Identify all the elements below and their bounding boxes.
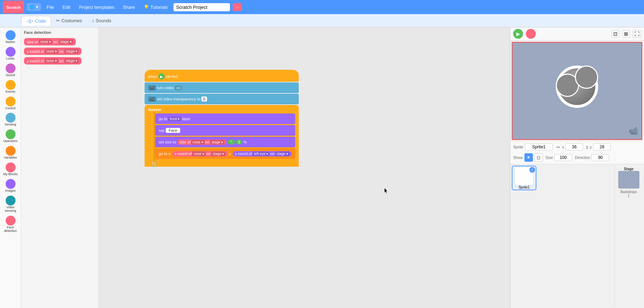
stage-list: Stage Backdrops 1	[614, 166, 643, 307]
stop-button[interactable]	[526, 29, 536, 39]
fullscreen-button[interactable]: ⛶	[633, 30, 641, 38]
x-coord-of-nose-block[interactable]: x coord of nose ▾ on stage ▾	[24, 48, 81, 55]
nose-dd2-inline[interactable]: nose ▾	[192, 152, 205, 156]
sidebar-item-video[interactable]: Video Sensing	[0, 194, 21, 214]
turn-video-block[interactable]: 📹 turn video on	[145, 82, 299, 93]
sidebar-item-myblocks[interactable]: My Blocks	[0, 161, 21, 178]
blocks-panel-title: Face detection	[24, 30, 96, 35]
sidebar-item-operators[interactable]: Operators	[0, 128, 21, 144]
stage-dropdown1[interactable]: stage ▾	[59, 39, 73, 44]
sprite-delete-button[interactable]: ✕	[529, 167, 535, 173]
variables-label: Variables	[4, 156, 17, 160]
project-templates-menu[interactable]: Project templates	[76, 3, 117, 11]
direction-label: Direction	[575, 155, 590, 160]
costumes-icon: ✂	[56, 18, 60, 23]
goto-xy-block[interactable]: go to x: x coord of nose ▾ on stage ▾ y:…	[155, 148, 295, 159]
size-multiplier-value[interactable]: 3	[236, 140, 242, 144]
sprite-label: Sprite	[513, 145, 523, 149]
size-label: Size	[546, 155, 553, 160]
sounds-icon: ♪	[92, 18, 95, 23]
video-on-dropdown[interactable]: on	[175, 86, 182, 90]
x-input[interactable]	[565, 143, 583, 150]
sensing-label: Sensing	[5, 123, 16, 127]
images-label: Images	[5, 189, 16, 193]
nose-dropdown3[interactable]: nose ▾	[45, 58, 58, 63]
show-visible-button[interactable]: 👁	[524, 153, 533, 162]
camera-icon2: 📹	[148, 97, 156, 102]
nose-dd-inline[interactable]: nose ▾	[191, 140, 204, 144]
say-block[interactable]: say Face	[155, 125, 295, 136]
nose-dropdown2[interactable]: nose ▾	[45, 49, 58, 54]
sidebar-item-control[interactable]: Control	[0, 95, 21, 112]
stage-dd2-inline[interactable]: stage ▾	[211, 152, 225, 156]
say-label: say	[159, 128, 165, 133]
green-flag-button[interactable]: ▶	[513, 29, 523, 39]
tab-code[interactable]: ◁▷ Code	[21, 16, 51, 26]
sidebar-item-face[interactable]: Face detection	[0, 214, 21, 234]
front-dropdown[interactable]: front ▾	[168, 117, 181, 121]
show-label: Show	[513, 155, 523, 160]
expand-stage-button[interactable]: ⊞	[622, 30, 630, 38]
sidebar-item-variables[interactable]: Variables	[0, 144, 21, 161]
y-label-inline: y:	[229, 152, 232, 156]
forever-label: forever	[148, 107, 161, 112]
forever-block[interactable]: forever go to front ▾ layer say Face	[145, 105, 299, 167]
tab-sounds[interactable]: ♪ Sounds	[87, 16, 116, 25]
transparency-value[interactable]: 0	[201, 97, 207, 101]
lefteye-dd-inline[interactable]: left eye ▾	[253, 152, 269, 156]
x-coord-nose-inline: x coord of nose ▾ on stage ▾	[172, 151, 227, 156]
project-title-input[interactable]	[174, 3, 230, 11]
sidebar-item-sensing[interactable]: Sensing	[0, 111, 21, 128]
myblocks-label: My Blocks	[3, 173, 18, 176]
control-label: Control	[5, 107, 16, 110]
size-of-nose-block[interactable]: size of nose ▾ on stage ▾	[24, 38, 76, 45]
code-area[interactable]: when ▶ clicked 📹 turn video on 📹 set vid…	[99, 27, 510, 308]
events-dot	[6, 80, 16, 90]
video-label: Video Sensing	[1, 206, 20, 213]
tutorials-button[interactable]: 💡 Tutorials	[141, 3, 171, 11]
sidebar-item-images[interactable]: Images	[0, 178, 21, 194]
scratch-logo[interactable]: Scratch	[3, 1, 24, 13]
size-of-nose-inline: size of nose ▾ on stage ▾	[177, 140, 227, 145]
direction-input[interactable]	[591, 154, 609, 161]
remix-button[interactable]: ···	[233, 3, 242, 11]
sidebar-item-looks[interactable]: Looks	[0, 45, 21, 62]
stage-thumbnail[interactable]	[618, 171, 639, 189]
x-field: ↔ x	[556, 143, 583, 150]
sound-label: Sound	[6, 74, 15, 77]
cursor	[384, 188, 389, 194]
myblocks-dot	[6, 162, 16, 172]
right-panel: ▶ ⊡ ⊞ ⛶ 📹 Sprite ↔ x ↕ y	[510, 27, 644, 308]
video-dot	[6, 196, 16, 205]
edit-menu[interactable]: Edit	[60, 3, 73, 11]
sprite1-thumb[interactable]: ✕ Sprite1	[512, 166, 536, 190]
motion-dot	[6, 30, 16, 40]
sidebar-item-sound[interactable]: Sound	[0, 62, 21, 79]
show-hidden-button[interactable]: ◻	[534, 153, 543, 162]
stage-dd3-inline[interactable]: stage ▾	[275, 152, 290, 156]
globe-button[interactable]: 🌐 ▾	[27, 3, 41, 11]
y-input[interactable]	[593, 143, 611, 150]
file-menu[interactable]: File	[44, 3, 57, 11]
sprite-name-input[interactable]	[525, 143, 553, 150]
sidebar-item-events[interactable]: Events	[0, 79, 21, 95]
code-icon: ◁▷	[26, 18, 34, 24]
when-flag-clicked-block[interactable]: when ▶ clicked	[145, 70, 299, 82]
say-value[interactable]: Face	[166, 128, 180, 133]
x-label: x	[562, 145, 564, 149]
goto-front-layer-block[interactable]: go to front ▾ layer	[155, 113, 295, 124]
tab-costumes[interactable]: ✂ Costumes	[51, 16, 87, 25]
set-size-block[interactable]: set size to size of nose ▾ on stage ▾ * …	[155, 137, 295, 147]
sprite1-name: Sprite1	[518, 185, 530, 189]
variables-dot	[6, 146, 16, 156]
y-coord-of-nose-block[interactable]: y coord of nose ▾ on stage ▾	[24, 57, 81, 64]
share-menu[interactable]: Share	[120, 3, 138, 11]
stage-dropdown3[interactable]: stage ▾	[65, 58, 79, 63]
size-input[interactable]	[554, 154, 572, 161]
stage-dropdown2[interactable]: stage ▾	[65, 49, 79, 54]
shrink-stage-button[interactable]: ⊡	[612, 30, 619, 38]
nose-dropdown[interactable]: nose ▾	[39, 39, 52, 44]
sidebar-item-motion[interactable]: Motion	[0, 29, 21, 45]
stage-dd-inline[interactable]: stage ▾	[210, 140, 224, 144]
set-video-transparency-block[interactable]: 📹 set video transparency to 0	[145, 94, 299, 104]
